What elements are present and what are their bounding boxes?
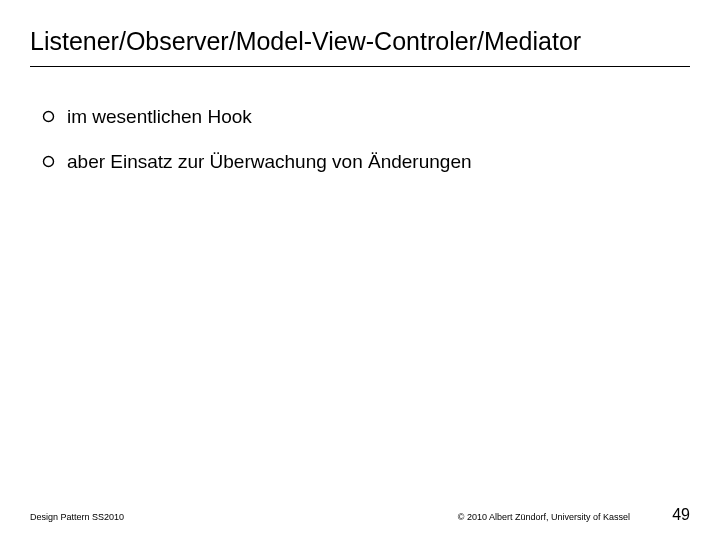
footer: Design Pattern SS2010 © 2010 Albert Zünd… xyxy=(30,506,690,524)
list-item: aber Einsatz zur Überwachung von Änderun… xyxy=(42,150,690,175)
title-divider xyxy=(30,66,690,67)
slide-container: Listener/Observer/Model-View-Controler/M… xyxy=(0,0,720,540)
footer-left: Design Pattern SS2010 xyxy=(30,512,330,522)
svg-point-0 xyxy=(44,112,54,122)
bullet-text: im wesentlichen Hook xyxy=(67,105,252,130)
bullet-icon xyxy=(42,110,55,123)
list-item: im wesentlichen Hook xyxy=(42,105,690,130)
bullet-text: aber Einsatz zur Überwachung von Änderun… xyxy=(67,150,472,175)
bullet-list: im wesentlichen Hook aber Einsatz zur Üb… xyxy=(30,105,690,174)
svg-point-1 xyxy=(44,156,54,166)
bullet-icon xyxy=(42,155,55,168)
slide-title: Listener/Observer/Model-View-Controler/M… xyxy=(30,26,690,56)
page-number: 49 xyxy=(660,506,690,524)
footer-copyright: © 2010 Albert Zündorf, University of Kas… xyxy=(330,512,660,522)
